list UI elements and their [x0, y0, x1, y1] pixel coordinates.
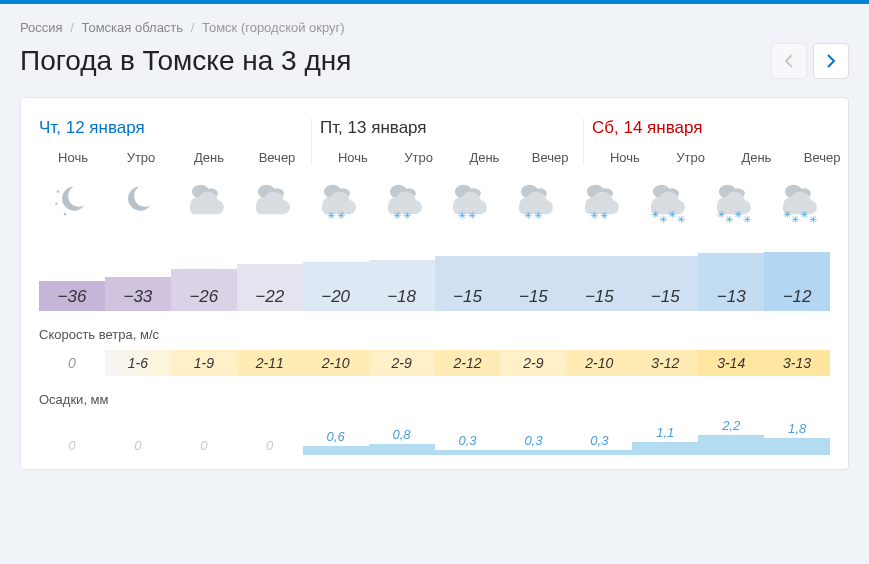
nav-buttons	[771, 43, 849, 79]
icons-row: ✳✳✳✳✳✳✳✳✳✳✳✳✳✳✳✳✳✳✳✳✳✳	[39, 171, 830, 233]
svg-point-1	[55, 202, 58, 205]
daypart-label: Вечер	[517, 150, 583, 165]
weather-icon-cell: ✳✳	[500, 171, 566, 233]
svg-text:✳: ✳	[660, 214, 668, 225]
snow-light-icon: ✳✳	[573, 176, 625, 228]
svg-text:✳: ✳	[535, 210, 543, 221]
temp-value: −12	[764, 283, 830, 311]
breadcrumb: Россия / Томская область / Томск (городс…	[20, 20, 849, 35]
svg-text:✳: ✳	[392, 210, 400, 221]
temp-value: −13	[698, 283, 764, 311]
wind-row: 01-61-92-112-102-92-122-92-103-123-143-1…	[39, 350, 830, 376]
temp-cell: −15	[632, 256, 698, 311]
temp-value: −36	[39, 283, 105, 311]
daypart-label: Ночь	[320, 150, 386, 165]
moon-icon	[112, 176, 164, 228]
precip-bar	[632, 442, 698, 455]
temp-cell: −26	[171, 269, 237, 311]
daypart-label: Утро	[386, 150, 452, 165]
breadcrumb-item[interactable]: Россия	[20, 20, 63, 35]
daypart-label: Утро	[107, 150, 175, 165]
precip-value: 0	[39, 438, 105, 453]
day-label[interactable]: Чт, 12 января	[39, 118, 311, 138]
precip-value: 0,3	[566, 433, 632, 448]
weather-icon-cell	[39, 171, 105, 233]
wind-cell: 2-11	[237, 350, 303, 376]
days-header: Чт, 12 январяНочьУтроДеньВечерПт, 13 янв…	[39, 118, 830, 165]
parts-row: НочьУтроДеньВечер	[39, 150, 311, 165]
day-column: Сб, 14 январяНочьУтроДеньВечер	[583, 118, 855, 165]
svg-text:✳: ✳	[326, 210, 334, 221]
temp-cell: −15	[566, 256, 632, 311]
temp-cell: −18	[369, 260, 435, 311]
precip-cell: 0	[237, 415, 303, 455]
wind-cell: 2-9	[369, 350, 435, 376]
precip-value: 0	[237, 438, 303, 453]
daypart-label: Ночь	[39, 150, 107, 165]
precip-value: 0,3	[500, 433, 566, 448]
wind-cell: 0	[39, 350, 105, 376]
cloudy-icon	[178, 176, 230, 228]
breadcrumb-item[interactable]: Томская область	[82, 20, 184, 35]
temp-cell: −22	[237, 264, 303, 311]
precip-bar	[303, 446, 369, 455]
snow-light-icon: ✳✳	[507, 176, 559, 228]
next-button[interactable]	[813, 43, 849, 79]
day-column: Пт, 13 январяНочьУтроДеньВечер	[311, 118, 583, 165]
precip-cell: 0	[105, 415, 171, 455]
precip-bar	[369, 444, 435, 455]
precip-value: 1,8	[764, 421, 830, 436]
snow-light-icon: ✳✳	[441, 176, 493, 228]
page-title: Погода в Томске на 3 дня	[20, 45, 351, 77]
precip-cell: 1,1	[632, 415, 698, 455]
wind-cell: 3-12	[632, 350, 698, 376]
svg-text:✳: ✳	[800, 209, 808, 220]
temp-value: −15	[435, 283, 501, 311]
precip-cell: 0,8	[369, 415, 435, 455]
weather-icon-cell	[105, 171, 171, 233]
temp-cell: −12	[764, 252, 830, 311]
svg-text:✳: ✳	[809, 214, 817, 225]
wind-cell: 1-6	[105, 350, 171, 376]
precip-bar	[435, 450, 501, 455]
precip-cell: 0,6	[303, 415, 369, 455]
wind-cell: 3-14	[698, 350, 764, 376]
precip-value: 0,6	[303, 429, 369, 444]
day-label[interactable]: Пт, 13 января	[320, 118, 583, 138]
weather-icon-cell: ✳✳✳✳	[632, 171, 698, 233]
weather-icon-cell	[237, 171, 303, 233]
temp-value: −15	[500, 283, 566, 311]
snow-heavy-icon: ✳✳✳✳	[705, 176, 757, 228]
wind-cell: 3-13	[764, 350, 830, 376]
svg-text:✳: ✳	[668, 209, 676, 220]
snow-light-icon: ✳✳	[310, 176, 362, 228]
breadcrumb-sep: /	[70, 20, 74, 35]
temp-cell: −33	[105, 277, 171, 311]
daypart-label: Утро	[658, 150, 724, 165]
svg-text:✳: ✳	[469, 210, 477, 221]
weather-icon-cell	[171, 171, 237, 233]
temp-cell: −36	[39, 281, 105, 311]
snow-heavy-icon: ✳✳✳✳	[771, 176, 823, 228]
temp-value: −22	[237, 283, 303, 311]
temp-value: −15	[632, 283, 698, 311]
precip-value: 0,8	[369, 427, 435, 442]
svg-text:✳: ✳	[524, 210, 532, 221]
temp-value: −18	[369, 283, 435, 311]
precip-value: 2,2	[698, 418, 764, 433]
daypart-label: День	[724, 150, 790, 165]
daypart-label: Вечер	[789, 150, 855, 165]
precip-value: 0	[105, 438, 171, 453]
svg-text:✳: ✳	[651, 209, 659, 220]
svg-text:✳: ✳	[403, 210, 411, 221]
svg-point-0	[57, 190, 60, 193]
precip-bar	[764, 438, 830, 455]
snow-heavy-icon: ✳✳✳✳	[639, 176, 691, 228]
wind-cell: 2-9	[500, 350, 566, 376]
precip-bar	[500, 450, 566, 455]
day-label[interactable]: Сб, 14 января	[592, 118, 855, 138]
cloudy-icon	[244, 176, 296, 228]
svg-text:✳: ✳	[458, 210, 466, 221]
daypart-label: Вечер	[243, 150, 311, 165]
svg-text:✳: ✳	[677, 214, 685, 225]
